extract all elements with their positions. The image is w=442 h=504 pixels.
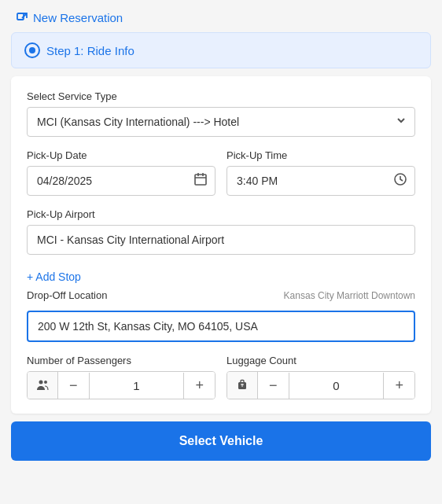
pickup-date-wrapper xyxy=(27,166,215,196)
dropoff-input[interactable] xyxy=(27,311,415,342)
passengers-counter: − 1 + xyxy=(27,371,215,399)
luggage-value: 0 xyxy=(289,373,385,399)
passengers-value: 1 xyxy=(89,373,185,399)
add-stop-button[interactable]: + Add Stop xyxy=(27,267,81,286)
pickup-time-input[interactable] xyxy=(227,166,415,196)
luggage-increment[interactable]: + xyxy=(384,372,414,399)
pickup-time-wrapper xyxy=(227,166,415,196)
form-area: Select Service Type MCI (Kansas City Int… xyxy=(11,76,431,414)
step-icon xyxy=(24,42,40,58)
pickup-date-input[interactable] xyxy=(27,166,215,196)
dropoff-field: Drop-Off Location Kansas City Marriott D… xyxy=(27,289,415,342)
luggage-label: Luggage Count xyxy=(227,355,415,366)
people-icon xyxy=(28,372,58,399)
new-reservation-label: New Reservation xyxy=(33,11,123,24)
service-type-wrapper: MCI (Kansas City International) ---> Hot… xyxy=(27,107,415,137)
luggage-icon xyxy=(227,372,258,399)
pickup-date-field: Pick-Up Date xyxy=(27,149,215,196)
pickup-airport-field: Pick-Up Airport xyxy=(27,208,415,255)
passengers-decrement[interactable]: − xyxy=(58,372,89,399)
pickup-airport-label: Pick-Up Airport xyxy=(27,208,415,220)
dropoff-hint: Kansas City Marriott Downtown xyxy=(284,290,415,301)
step-title: Step 1: Ride Info xyxy=(46,44,134,57)
passengers-label: Number of Passengers xyxy=(27,355,215,366)
service-type-field: Select Service Type MCI (Kansas City Int… xyxy=(27,90,415,137)
svg-point-4 xyxy=(44,381,47,384)
passengers-group: Number of Passengers − 1 + xyxy=(27,355,215,399)
pickup-time-field: Pick-Up Time xyxy=(227,149,415,196)
luggage-decrement[interactable]: − xyxy=(258,372,289,399)
luggage-counter: − 0 + xyxy=(227,371,415,399)
counters-row: Number of Passengers − 1 + xyxy=(27,355,415,399)
pickup-time-label: Pick-Up Time xyxy=(227,149,415,161)
pickup-airport-input[interactable] xyxy=(27,225,415,255)
datetime-row: Pick-Up Date Pick-Up Time xyxy=(27,149,415,208)
service-type-select[interactable]: MCI (Kansas City International) ---> Hot… xyxy=(27,107,415,137)
step-bar: Step 1: Ride Info xyxy=(11,32,431,68)
svg-point-3 xyxy=(39,381,43,384)
dropoff-header: Drop-Off Location Kansas City Marriott D… xyxy=(27,289,415,301)
passengers-increment[interactable]: + xyxy=(184,372,215,399)
select-vehicle-button[interactable]: Select Vehicle xyxy=(11,421,431,461)
dropoff-label: Drop-Off Location xyxy=(27,289,107,301)
service-type-label: Select Service Type xyxy=(27,90,415,102)
luggage-group: Luggage Count − 0 + xyxy=(227,355,415,399)
external-link-icon xyxy=(16,12,28,24)
new-reservation-link[interactable]: New Reservation xyxy=(16,11,426,24)
add-stop-label: + Add Stop xyxy=(27,270,81,283)
pickup-date-label: Pick-Up Date xyxy=(27,149,215,161)
header: New Reservation xyxy=(0,0,442,32)
